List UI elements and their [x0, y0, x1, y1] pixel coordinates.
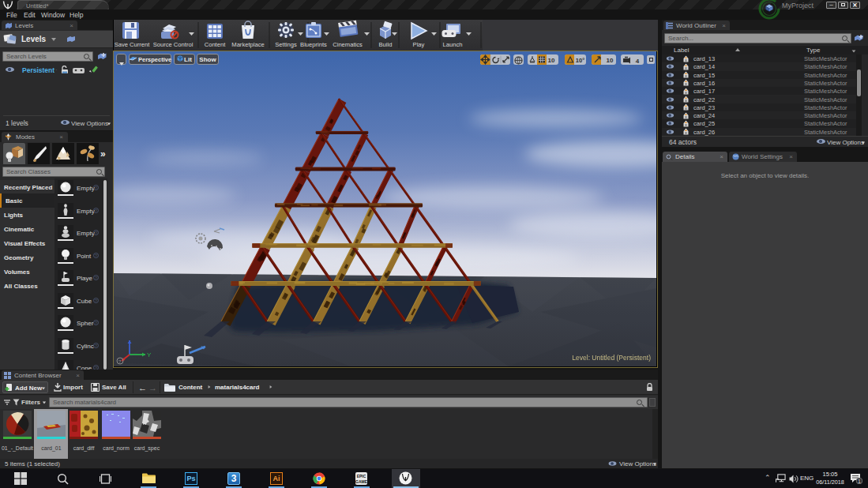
svg-text:Save Current: Save Current: [115, 41, 151, 48]
svg-text:Blueprints: Blueprints: [300, 41, 327, 48]
svg-text:Source Control: Source Control: [153, 41, 194, 48]
svg-text:Cinematics: Cinematics: [333, 41, 363, 48]
svg-text:1: 1: [858, 479, 861, 484]
svg-text:Y: Y: [147, 351, 152, 358]
svg-text:Level: Untitled (Persistent): Level: Untitled (Persistent): [572, 354, 651, 362]
svg-text:Content: Content: [205, 41, 226, 48]
svg-text:10: 10: [548, 57, 555, 64]
svg-text:Launch: Launch: [443, 41, 463, 48]
svg-text:10°: 10°: [576, 57, 584, 64]
svg-text:Build: Build: [379, 41, 393, 48]
svg-text:Settings: Settings: [275, 41, 297, 48]
svg-text:4: 4: [636, 58, 640, 65]
svg-text:10: 10: [607, 57, 614, 64]
svg-text:Marketplace: Marketplace: [231, 41, 264, 48]
svg-text:Play: Play: [413, 41, 425, 48]
